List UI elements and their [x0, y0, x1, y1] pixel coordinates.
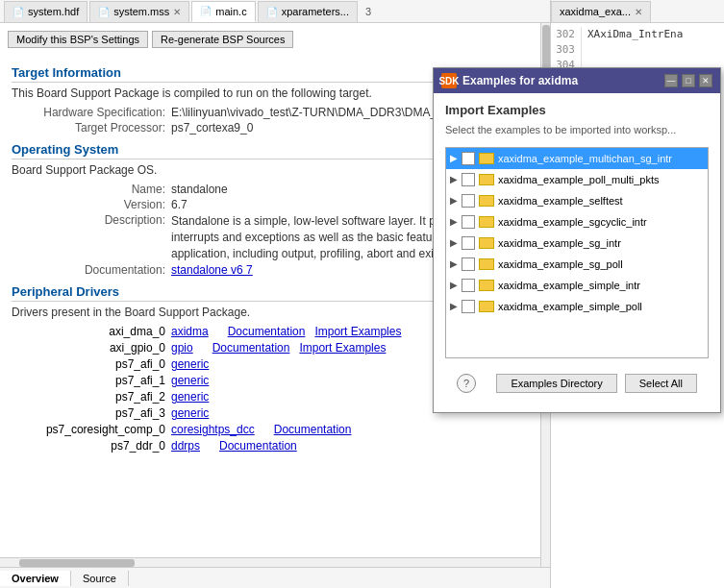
example-item[interactable]: ▶ xaxidma_example_sgcyclic_intr: [446, 211, 708, 233]
expand-arrow: ▶: [450, 150, 462, 167]
example-checkbox[interactable]: [462, 173, 475, 186]
modify-settings-button[interactable]: Modify this BSP's Settings: [8, 31, 148, 48]
examples-directory-button[interactable]: Examples Directory: [496, 374, 616, 393]
os-doc-link[interactable]: standalone v6 7: [171, 263, 253, 277]
example-item[interactable]: ▶ xaxidma_example_sg_intr: [446, 233, 708, 254]
example-checkbox[interactable]: [462, 257, 475, 271]
folder-icon: [479, 301, 494, 312]
doc-link[interactable]: Documentation: [274, 423, 352, 436]
import-examples-link[interactable]: Import Examples: [314, 325, 401, 338]
driver-name: axi_gpio_0: [12, 341, 165, 355]
driver-links: Documentation Import Examples: [212, 341, 387, 355]
tab-xparameters[interactable]: 📄 xparameters...: [258, 1, 358, 22]
example-label: xaxidma_example_sg_poll: [498, 256, 623, 273]
driver-name: ps7_afi_0: [12, 357, 165, 371]
example-item[interactable]: ▶ xaxidma_example_sg_poll: [446, 254, 708, 275]
dialog-body: Import Examples Select the examples to b…: [434, 93, 720, 412]
expand-arrow: ▶: [450, 171, 462, 188]
folder-icon: [479, 237, 494, 249]
expand-arrow: ▶: [450, 298, 462, 315]
toolbar: Modify this BSP's Settings Re-generate B…: [0, 27, 305, 52]
tab-system-hdf[interactable]: 📄 system.hdf: [4, 1, 87, 22]
folder-icon: [479, 153, 494, 164]
expand-arrow: ▶: [450, 192, 462, 209]
example-item[interactable]: ▶ xaxidma_example_simple_intr: [446, 275, 708, 296]
tab-source[interactable]: Source: [71, 571, 129, 586]
dialog-footer: ? Examples Directory Select All: [445, 368, 709, 403]
expand-arrow: ▶: [450, 256, 462, 273]
os-name-value: standalone: [171, 183, 228, 196]
expand-arrow: ▶: [450, 234, 462, 252]
close-icon[interactable]: ✕: [635, 7, 642, 17]
example-checkbox[interactable]: [462, 279, 475, 292]
examples-tree[interactable]: ▶ xaxidma_example_multichan_sg_intr ▶ xa…: [445, 147, 709, 358]
doc-link[interactable]: Documentation: [212, 341, 290, 355]
driver-name: ps7_coresight_comp_0: [12, 423, 165, 436]
driver-links: Documentation Import Examples: [228, 325, 402, 338]
close-button[interactable]: ✕: [699, 74, 712, 87]
driver-name: ps7_afi_2: [12, 390, 165, 404]
dialog-titlebar: SDK Examples for axidma — □ ✕: [434, 68, 720, 93]
driver-links: Documentation: [219, 439, 297, 453]
driver-type[interactable]: gpio: [171, 341, 193, 355]
maximize-button[interactable]: □: [682, 74, 695, 87]
regenerate-sources-button[interactable]: Re-generate BSP Sources: [152, 31, 293, 48]
code-tab[interactable]: xaxidma_exa... ✕: [551, 1, 651, 22]
example-checkbox[interactable]: [462, 152, 475, 165]
doc-link[interactable]: Documentation: [219, 439, 297, 453]
driver-type[interactable]: generic: [171, 357, 209, 371]
example-checkbox[interactable]: [462, 194, 475, 208]
tab-overflow[interactable]: 3: [360, 6, 377, 17]
driver-type[interactable]: generic: [171, 374, 209, 387]
example-checkbox[interactable]: [462, 215, 475, 229]
target-proc-value: ps7_cortexa9_0: [171, 121, 253, 135]
minimize-button[interactable]: —: [664, 74, 678, 87]
driver-row: ps7_coresight_comp_0 coresightps_dcc Doc…: [12, 423, 538, 436]
file-icon: 📄: [200, 6, 212, 16]
driver-name: ps7_afi_1: [12, 374, 165, 387]
sdk-icon: SDK: [441, 73, 457, 88]
example-label: xaxidma_example_sg_intr: [498, 234, 621, 252]
folder-icon: [479, 258, 494, 270]
driver-type[interactable]: generic: [171, 406, 209, 420]
code-line: 302 XAxiDma_IntrEna: [551, 27, 724, 42]
driver-name: ps7_ddr_0: [12, 439, 165, 453]
folder-icon: [479, 280, 494, 291]
select-all-button[interactable]: Select All: [625, 374, 697, 393]
file-icon: 📄: [12, 7, 24, 17]
file-icon: 📄: [266, 7, 278, 17]
tab-overview[interactable]: Overview: [0, 571, 71, 586]
example-label: xaxidma_example_simple_poll: [498, 298, 642, 315]
driver-type[interactable]: axidma: [171, 325, 209, 338]
example-item[interactable]: ▶ xaxidma_example_selftest: [446, 190, 708, 211]
driver-type[interactable]: coresightps_dcc: [171, 423, 255, 436]
example-label: xaxidma_example_sgcyclic_intr: [498, 213, 647, 231]
help-button[interactable]: ?: [457, 374, 476, 393]
example-label: xaxidma_example_poll_multi_pkts: [498, 171, 660, 188]
import-examples-link[interactable]: Import Examples: [299, 341, 386, 355]
folder-icon: [479, 216, 494, 228]
tab-system-mss[interactable]: 📄 system.mss ✕: [89, 1, 189, 22]
horizontal-scrollbar[interactable]: [0, 557, 540, 567]
hw-spec-value: E:\lilinyuan\vivado_test\Z-TURN\DMA_DDR3…: [171, 106, 455, 119]
tab-main-c[interactable]: 📄 main.c: [191, 1, 255, 22]
close-icon[interactable]: ✕: [173, 7, 181, 17]
example-item[interactable]: ▶ xaxidma_example_simple_poll: [446, 296, 708, 317]
driver-name: axi_dma_0: [12, 325, 165, 338]
os-version-label: Version:: [12, 198, 165, 211]
driver-type[interactable]: ddrps: [171, 439, 200, 453]
import-examples-dialog: SDK Examples for axidma — □ ✕ Import Exa…: [433, 67, 721, 413]
doc-link[interactable]: Documentation: [228, 325, 306, 338]
example-label: xaxidma_example_multichan_sg_intr: [498, 150, 672, 167]
import-examples-desc: Select the examples to be imported into …: [445, 123, 709, 137]
example-item[interactable]: ▶ xaxidma_example_poll_multi_pkts: [446, 169, 708, 190]
example-label: xaxidma_example_selftest: [498, 192, 623, 209]
example-checkbox[interactable]: [462, 236, 475, 250]
scrollbar-thumb[interactable]: [19, 559, 135, 567]
code-line: 303: [551, 42, 724, 58]
os-desc-label: Description:: [12, 213, 165, 261]
example-item[interactable]: ▶ xaxidma_example_multichan_sg_intr: [446, 148, 708, 169]
example-checkbox[interactable]: [462, 300, 475, 313]
file-icon: 📄: [98, 7, 110, 17]
driver-type[interactable]: generic: [171, 390, 209, 404]
